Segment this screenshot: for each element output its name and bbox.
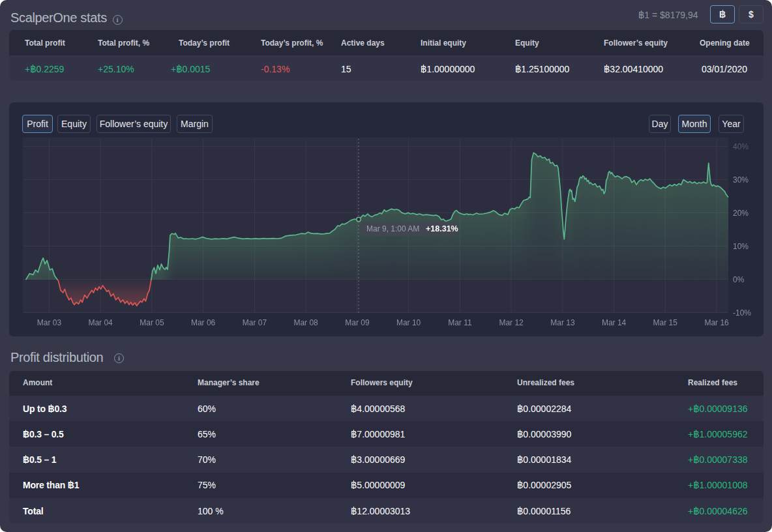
svg-text:Mar 16: Mar 16	[704, 318, 729, 327]
svg-text:Mar 11: Mar 11	[448, 318, 472, 327]
svg-text:Mar 15: Mar 15	[653, 318, 678, 327]
svg-text:Mar 13: Mar 13	[550, 318, 575, 327]
svg-text:Mar 04: Mar 04	[88, 318, 113, 327]
svg-text:10%: 10%	[733, 242, 749, 251]
svg-text:Mar 08: Mar 08	[293, 318, 318, 327]
svg-text:-10%: -10%	[733, 308, 751, 318]
svg-text:30%: 30%	[733, 175, 749, 185]
svg-text:Mar 03: Mar 03	[37, 318, 62, 327]
svg-text:+18.31%: +18.31%	[426, 224, 458, 233]
svg-text:Mar 12: Mar 12	[499, 318, 524, 327]
svg-text:Mar 9, 1:00 AM: Mar 9, 1:00 AM	[366, 224, 419, 233]
svg-text:Mar 10: Mar 10	[396, 318, 421, 327]
svg-text:20%: 20%	[733, 209, 749, 218]
svg-text:Mar 14: Mar 14	[602, 318, 627, 327]
svg-text:Mar 09: Mar 09	[345, 318, 370, 327]
svg-text:Mar 06: Mar 06	[191, 318, 216, 327]
svg-text:0%: 0%	[733, 275, 745, 284]
svg-text:Mar 05: Mar 05	[140, 318, 164, 327]
svg-text:Mar 07: Mar 07	[243, 318, 267, 327]
svg-text:40%: 40%	[733, 142, 749, 151]
